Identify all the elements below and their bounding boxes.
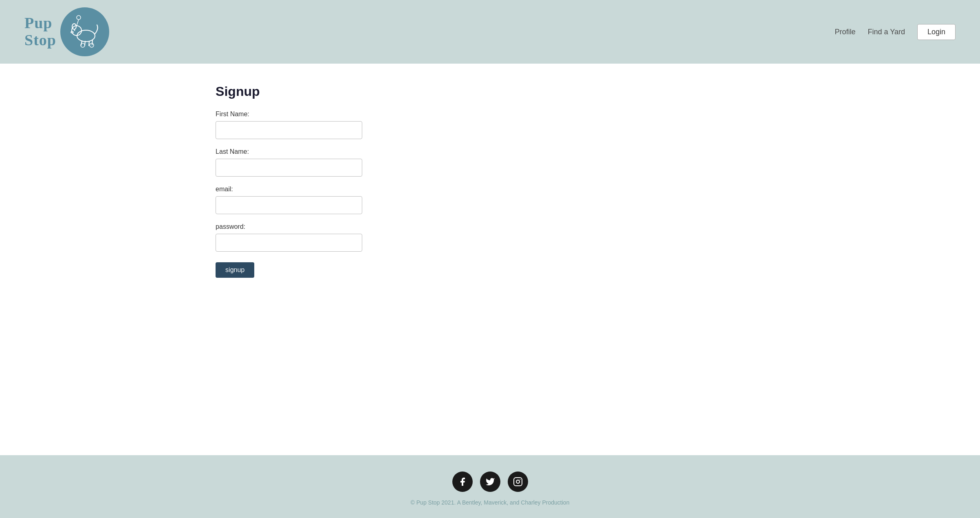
login-button[interactable]: Login (917, 24, 956, 40)
signup-form-container: Signup First Name: Last Name: email: pas… (216, 84, 387, 278)
main-nav: Profile Find a Yard Login (835, 24, 956, 40)
site-footer: © Pup Stop 2021. A Bentley, Maverick, an… (0, 455, 980, 518)
signup-button[interactable]: signup (216, 262, 254, 278)
logo-text: Pup Stop (24, 15, 56, 49)
svg-rect-13 (514, 478, 522, 486)
first-name-label: First Name: (216, 111, 387, 118)
svg-point-12 (90, 43, 94, 47)
twitter-icon-link[interactable] (480, 472, 500, 492)
svg-point-10 (77, 15, 81, 20)
footer-copyright: © Pup Stop 2021. A Bentley, Maverick, an… (411, 499, 570, 506)
email-input[interactable] (216, 196, 362, 214)
last-name-group: Last Name: (216, 148, 387, 177)
main-content: Signup First Name: Last Name: email: pas… (0, 64, 980, 455)
logo-area: Pup Stop (24, 7, 109, 56)
first-name-input[interactable] (216, 121, 362, 139)
logo-icon (60, 7, 109, 56)
svg-line-5 (89, 41, 89, 46)
password-label: password: (216, 223, 387, 230)
svg-point-0 (77, 30, 95, 42)
svg-line-3 (81, 41, 82, 45)
page-title: Signup (216, 84, 387, 99)
email-group: email: (216, 186, 387, 214)
instagram-icon-link[interactable] (508, 472, 528, 492)
find-a-yard-nav-link[interactable]: Find a Yard (868, 28, 905, 36)
logo-svg (66, 13, 103, 50)
signup-form: First Name: Last Name: email: password: … (216, 111, 387, 278)
site-header: Pup Stop (0, 0, 980, 64)
social-icons-group (452, 472, 528, 492)
svg-point-7 (74, 30, 75, 31)
svg-point-1 (72, 26, 81, 35)
email-label: email: (216, 186, 387, 193)
profile-nav-link[interactable]: Profile (835, 28, 856, 36)
facebook-icon (458, 477, 467, 487)
svg-line-9 (77, 20, 79, 26)
first-name-group: First Name: (216, 111, 387, 139)
twitter-icon (485, 477, 495, 487)
facebook-icon-link[interactable] (452, 472, 473, 492)
last-name-input[interactable] (216, 159, 362, 177)
svg-line-6 (92, 40, 92, 45)
password-input[interactable] (216, 234, 362, 252)
password-group: password: (216, 223, 387, 252)
instagram-icon (513, 477, 523, 487)
last-name-label: Last Name: (216, 148, 387, 155)
